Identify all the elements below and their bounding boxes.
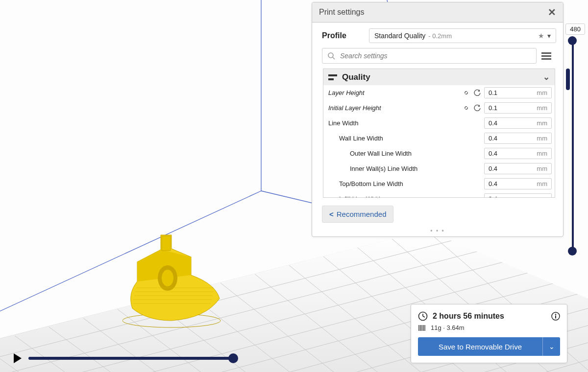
setting-value-input[interactable]: 0.1mm: [484, 102, 552, 114]
link-icon[interactable]: [463, 104, 470, 112]
panel-resize-grip[interactable]: • • •: [312, 228, 563, 236]
settings-scrollbar-thumb[interactable]: [566, 69, 570, 90]
setting-row: Infill Line Width0.4mm: [323, 191, 555, 198]
reset-icon[interactable]: [474, 89, 481, 96]
setting-unit: mm: [537, 104, 547, 112]
setting-row: Outer Wall Line Width0.4mm: [323, 146, 555, 161]
setting-value-input[interactable]: 0.4mm: [484, 178, 552, 189]
settings-list[interactable]: Quality ⌄ Layer Height0.1mmInitial Layer…: [323, 69, 555, 198]
setting-unit: mm: [537, 180, 547, 187]
link-icon[interactable]: [463, 89, 470, 96]
setting-value-input[interactable]: 0.1mm: [484, 87, 552, 98]
setting-value-input[interactable]: 0.4mm: [484, 117, 552, 129]
search-input[interactable]: [339, 51, 531, 60]
settings-search[interactable]: [322, 48, 537, 64]
play-icon[interactable]: [14, 353, 22, 363]
svg-point-43: [328, 53, 333, 58]
setting-label: Layer Height: [328, 89, 463, 96]
setting-row: Line Width0.4mm: [323, 116, 555, 131]
layer-range-handle-top[interactable]: [568, 36, 577, 45]
setting-value: 0.4: [489, 135, 497, 142]
setting-value: 0.4: [489, 180, 497, 187]
svg-line-44: [333, 57, 335, 59]
setting-label: Line Width: [328, 119, 484, 127]
layer-range-track[interactable]: [572, 40, 574, 252]
setting-value: 0.1: [489, 104, 497, 112]
setting-label: Initial Layer Height: [328, 104, 463, 112]
save-button[interactable]: Save to Removable Drive: [418, 337, 542, 356]
material-usage: 11g · 3.64m: [431, 324, 465, 331]
setting-value-input[interactable]: 0.4mm: [484, 148, 552, 159]
svg-line-47: [423, 316, 425, 317]
setting-value: 0.4: [489, 165, 497, 172]
setting-row: Initial Layer Height0.1mm: [323, 100, 555, 116]
setting-row: Inner Wall(s) Line Width0.4mm: [323, 161, 555, 176]
layer-playback-slider[interactable]: [14, 353, 234, 363]
setting-value: 0.4: [489, 150, 497, 157]
save-dropdown[interactable]: ⌄: [542, 337, 560, 356]
svg-point-36: [162, 270, 173, 286]
setting-unit: mm: [537, 89, 547, 96]
setting-unit: mm: [537, 165, 547, 172]
setting-value: 0.4: [489, 119, 497, 127]
setting-row: Layer Height0.1mm: [323, 85, 555, 100]
svg-point-49: [555, 314, 556, 315]
chevron-down-icon[interactable]: ▾: [547, 32, 551, 40]
chevron-left-icon: <: [329, 210, 334, 218]
recommended-button[interactable]: < Recommended: [322, 206, 393, 223]
setting-unit: mm: [537, 119, 547, 127]
filament-icon: [418, 325, 427, 331]
setting-value: 0.4: [489, 195, 497, 198]
profile-sub: - 0.2mm: [428, 32, 452, 40]
svg-rect-50: [555, 316, 556, 319]
chevron-down-icon[interactable]: ⌄: [543, 72, 550, 82]
chevron-down-icon: ⌄: [549, 343, 555, 350]
print-summary-card: 2 hours 56 minutes 11g · 3.64m Save to R…: [411, 304, 567, 363]
setting-value-input[interactable]: 0.4mm: [484, 193, 552, 198]
panel-title: Print settings: [319, 8, 364, 17]
print-settings-panel: Print settings ✕ Profile Standard Qualit…: [312, 2, 564, 237]
setting-label: Top/Bottom Line Width: [328, 180, 484, 187]
setting-label: Wall Line Width: [328, 135, 484, 142]
svg-rect-37: [162, 236, 171, 251]
star-icon[interactable]: ★: [538, 32, 544, 40]
save-label: Save to Removable Drive: [439, 343, 522, 351]
layer-range-handle-bottom[interactable]: [568, 247, 577, 256]
recommended-label: Recommended: [337, 210, 387, 218]
section-quality[interactable]: Quality ⌄: [323, 69, 555, 85]
setting-label: Outer Wall Line Width: [328, 150, 484, 157]
profile-label: Profile: [322, 31, 361, 40]
info-icon[interactable]: [551, 312, 560, 321]
profile-select[interactable]: Standard Quality - 0.2mm ★ ▾: [369, 28, 556, 43]
setting-value: 0.1: [489, 89, 497, 96]
setting-unit: mm: [537, 135, 547, 142]
setting-value-input[interactable]: 0.4mm: [484, 133, 552, 144]
clock-icon: [418, 311, 428, 321]
layer-slider-max-label: 480: [565, 23, 585, 35]
setting-label: Infill Line Width: [328, 195, 484, 198]
setting-row: Wall Line Width0.4mm: [323, 131, 555, 146]
setting-value-input[interactable]: 0.4mm: [484, 163, 552, 174]
setting-label: Inner Wall(s) Line Width: [328, 165, 484, 172]
quality-icon: [328, 74, 337, 80]
print-time: 2 hours 56 minutes: [433, 312, 504, 321]
close-icon[interactable]: ✕: [548, 6, 556, 18]
profile-name: Standard Quality: [374, 32, 425, 40]
settings-visibility-menu-icon[interactable]: [541, 50, 553, 62]
search-icon: [327, 52, 335, 60]
playback-track[interactable]: [28, 357, 234, 360]
section-title: Quality: [342, 72, 370, 82]
setting-row: Top/Bottom Line Width0.4mm: [323, 176, 555, 191]
playback-handle[interactable]: [228, 353, 238, 363]
setting-unit: mm: [537, 150, 547, 157]
model-preview[interactable]: [122, 230, 225, 328]
reset-icon[interactable]: [474, 104, 481, 112]
setting-unit: mm: [537, 195, 547, 198]
